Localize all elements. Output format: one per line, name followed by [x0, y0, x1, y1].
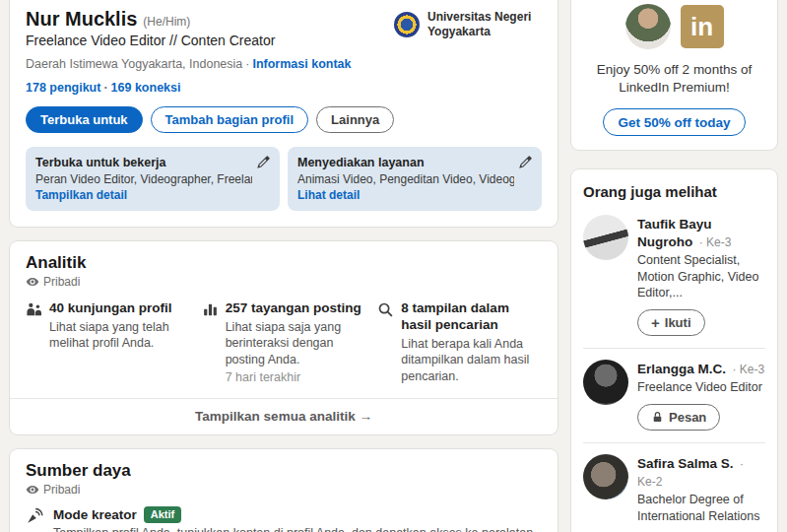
resource-title: Mode kreator: [53, 507, 137, 522]
show-all-analytics-link[interactable]: Tampilkan semua analitik →: [10, 398, 557, 434]
open-to-work-desc: Peran Video Editor, Videographer, Freela…: [35, 171, 252, 187]
analytics-item-profile-views[interactable]: 40 kunjungan profil Lihat siapa yang tel…: [26, 300, 190, 384]
person-card: Safira Salma S. · Ke-2 Bachelor Degree o…: [583, 442, 765, 532]
avatar[interactable]: [583, 360, 628, 405]
message-button[interactable]: Pesan: [637, 404, 720, 431]
location-line: Daerah Istimewa Yogyakarta, Indonesia·In…: [26, 57, 542, 71]
analytics-title: Analitik: [26, 253, 542, 273]
services-desc: Animasi Video, Pengeditan Video, Videogr…: [297, 171, 514, 187]
avatar[interactable]: [583, 454, 628, 499]
analytics-item-title: 257 tayangan posting: [226, 300, 366, 317]
services-title: Menyediakan layanan: [297, 155, 514, 171]
premium-cta-button[interactable]: Get 50% off today: [603, 108, 745, 136]
edit-pencil-icon[interactable]: [256, 155, 271, 169]
more-button[interactable]: Lainnya: [316, 106, 394, 133]
person-card: Erlangga M.C. · Ke-3 Freelance Video Edi…: [583, 348, 765, 442]
main-column: Nur Mucklis (He/Him) Freelance Video Edi…: [10, 0, 557, 532]
follower-stats: 178 pengikut·169 koneksi: [26, 81, 542, 95]
premium-ad-card: in Enjoy 50% off 2 months of LinkedIn Pr…: [571, 0, 777, 150]
education-name: Universitas Negeri Yogyakarta: [427, 10, 542, 39]
active-badge: Aktif: [144, 506, 181, 523]
person-headline: Content Specialist, Motion Graphic, Vide…: [637, 252, 765, 300]
bar-chart-icon: [202, 301, 219, 318]
person-degree: · Ke-3: [732, 363, 764, 376]
open-to-button[interactable]: Terbuka untuk: [26, 106, 143, 133]
analytics-item-desc: Lihat siapa yang telah melihat profil An…: [49, 319, 190, 352]
analytics-item-note: 7 hari terakhir: [226, 370, 366, 384]
show-details-link[interactable]: Tampilkan detail: [35, 187, 252, 203]
creator-mode-icon: [26, 507, 43, 525]
analytics-item-desc: Lihat siapa saja yang berinteraksi denga…: [226, 319, 366, 367]
resources-title: Sumber daya: [26, 461, 542, 481]
plus-icon: +: [651, 315, 660, 330]
search-icon: [377, 301, 394, 318]
privacy-label: Pribadi: [43, 275, 80, 289]
right-sidebar: in Enjoy 50% off 2 months of LinkedIn Pr…: [571, 0, 777, 532]
pronouns: (He/Him): [143, 15, 190, 29]
open-to-work-card: Terbuka untuk bekerja Peran Video Editor…: [26, 147, 280, 211]
privacy-line: Pribadi: [26, 483, 542, 497]
follow-button[interactable]: + Ikuti: [637, 309, 705, 336]
people-also-viewed-card: Orang juga melihat Taufik Bayu Nugroho ·…: [571, 169, 777, 532]
location-text: Daerah Istimewa Yogyakarta, Indonesia: [26, 57, 242, 71]
avatar[interactable]: [583, 215, 628, 260]
premium-ad-text: Enjoy 50% off 2 months of LinkedIn Premi…: [583, 61, 765, 97]
profile-name: Nur Mucklis: [26, 8, 137, 31]
analytics-item-search-appearances[interactable]: 8 tampilan dalam hasil pencarian Lihat b…: [377, 300, 542, 384]
people-icon: [26, 301, 42, 318]
see-details-link[interactable]: Lihat detail: [297, 187, 514, 203]
person-name[interactable]: Erlangga M.C.: [637, 362, 726, 376]
page: Nur Mucklis (He/Him) Freelance Video Edi…: [0, 0, 787, 532]
edit-pencil-icon[interactable]: [518, 155, 533, 169]
eye-icon: [26, 483, 39, 497]
profile-headline: Freelance Video Editor // Conten Creator: [26, 33, 275, 48]
contact-info-link[interactable]: Informasi kontak: [252, 57, 351, 71]
people-also-viewed-title: Orang juga melihat: [583, 181, 765, 204]
lock-icon: [651, 411, 664, 424]
analytics-item-title: 40 kunjungan profil: [49, 300, 190, 317]
analytics-item-desc: Lihat berapa kali Anda ditampilkan dalam…: [401, 336, 542, 384]
user-avatar: [625, 4, 671, 49]
resource-desc: Tampilkan profil Anda, tunjukkan konten …: [53, 526, 542, 532]
education-link[interactable]: Universitas Negeri Yogyakarta: [394, 10, 542, 39]
services-card: Menyediakan layanan Animasi Video, Penge…: [288, 147, 542, 211]
analytics-item-post-impressions[interactable]: 257 tayangan posting Lihat siapa saja ya…: [202, 300, 366, 384]
eye-icon: [26, 275, 39, 289]
university-logo-icon: [394, 12, 420, 37]
person-headline: Bachelor Degree of International Relatio…: [637, 492, 765, 524]
resource-item-creator-mode[interactable]: Mode kreator Aktif Tampilkan profil Anda…: [10, 497, 557, 532]
analytics-item-title: 8 tampilan dalam hasil pencarian: [401, 300, 542, 334]
person-degree: · Ke-3: [699, 235, 732, 249]
connections-count[interactable]: 169 koneksi: [111, 81, 181, 95]
person-name[interactable]: Safira Salma S.: [637, 456, 734, 471]
privacy-line: Pribadi: [26, 275, 542, 289]
linkedin-premium-logo-icon: in: [681, 5, 724, 48]
person-card: Taufik Bayu Nugroho · Ke-3 Content Speci…: [583, 204, 765, 348]
resources-card: Sumber daya Pribadi Mode kreator Aktif T…: [10, 449, 557, 532]
open-to-work-title: Terbuka untuk bekerja: [35, 155, 252, 171]
followers-count[interactable]: 178 pengikut: [26, 81, 100, 95]
privacy-label: Pribadi: [43, 483, 80, 497]
add-profile-section-button[interactable]: Tambah bagian profil: [151, 106, 309, 133]
person-headline: Freelance Video Editor: [637, 379, 764, 395]
profile-card: Nur Mucklis (He/Him) Freelance Video Edi…: [10, 0, 557, 227]
analytics-card: Analitik Pribadi 40 kunjungan profil Lih…: [10, 241, 557, 434]
